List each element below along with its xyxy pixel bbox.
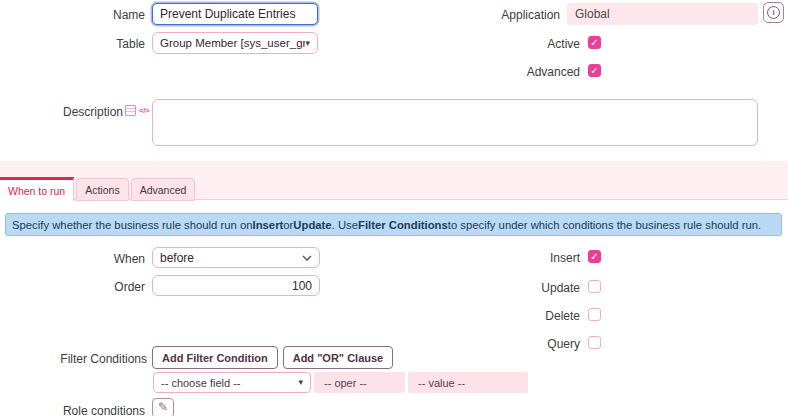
application-label: Application [420,8,560,22]
choose-field-select[interactable]: -- choose field -- ▾ [153,372,311,393]
filter-conditions-label: Filter Conditions [20,352,147,366]
code-icon[interactable]: </> [139,106,149,115]
query-checkbox[interactable]: ✓ [588,336,601,349]
description-textarea[interactable] [152,99,758,146]
operator-text: -- oper -- [324,377,367,389]
advanced-checkbox[interactable]: ✓ [588,64,601,77]
name-input[interactable] [152,3,318,25]
delete-label: Delete [420,309,580,323]
advanced-label: Advanced [420,65,580,79]
update-label: Update [420,281,580,295]
when-select[interactable]: before [152,247,320,268]
update-checkbox[interactable]: ✓ [588,280,601,293]
table-select-value: Group Member [sys_user_grmember] [160,37,305,49]
delete-checkbox[interactable]: ✓ [588,308,601,321]
business-rule-form: Name Table Group Member [sys_user_grmemb… [0,0,788,416]
info-text: . Use [332,219,358,231]
info-text: to specify under which conditions the bu… [448,219,761,231]
info-icon: i [767,6,780,19]
check-icon: ✓ [590,38,598,48]
active-label: Active [420,37,580,51]
choose-field-value: -- choose field -- [161,377,240,389]
operator-placeholder: -- oper -- [314,372,405,393]
add-filter-condition-button[interactable]: Add Filter Condition [152,346,278,369]
check-icon: ✓ [590,66,598,76]
chevron-down-icon: ▾ [305,39,310,48]
info-text-bold: Filter Conditions [358,219,448,231]
translate-icon[interactable] [125,105,136,116]
check-icon: ✓ [590,252,598,262]
table-label: Table [60,37,145,51]
application-field: Global [567,3,758,25]
add-or-clause-button[interactable]: Add "OR" Clause [283,346,394,369]
name-label: Name [60,8,145,22]
info-text: or [283,219,293,231]
application-value: Global [575,7,610,21]
value-text: -- value -- [418,377,465,389]
role-conditions-label: Role conditions [20,404,145,416]
query-label: Query [420,337,580,351]
role-conditions-edit-button[interactable]: ✎ [152,398,174,416]
info-button[interactable]: i [763,2,784,23]
insert-label: Insert [420,251,580,265]
when-select-value: before [160,251,194,265]
active-checkbox[interactable]: ✓ [588,36,601,49]
tab-actions[interactable]: Actions [76,178,128,201]
order-label: Order [60,280,145,294]
info-text-bold: Insert [253,219,284,231]
pencil-icon: ✎ [158,400,168,414]
chevron-down-icon: ▾ [298,378,303,387]
info-message: Specify whether the business rule should… [5,213,782,236]
insert-checkbox[interactable]: ✓ [588,250,601,263]
info-text: Specify whether the business rule should… [12,219,253,231]
info-text-bold: Update [293,219,331,231]
when-label: When [60,252,145,266]
order-input[interactable] [152,275,320,296]
table-select[interactable]: Group Member [sys_user_grmember] ▾ [152,32,318,54]
tab-advanced[interactable]: Advanced [131,178,196,201]
description-label: Description [40,105,123,119]
chevron-down-icon [302,255,312,261]
tab-when-to-run[interactable]: When to run [0,177,74,201]
value-placeholder: -- value -- [408,372,528,393]
